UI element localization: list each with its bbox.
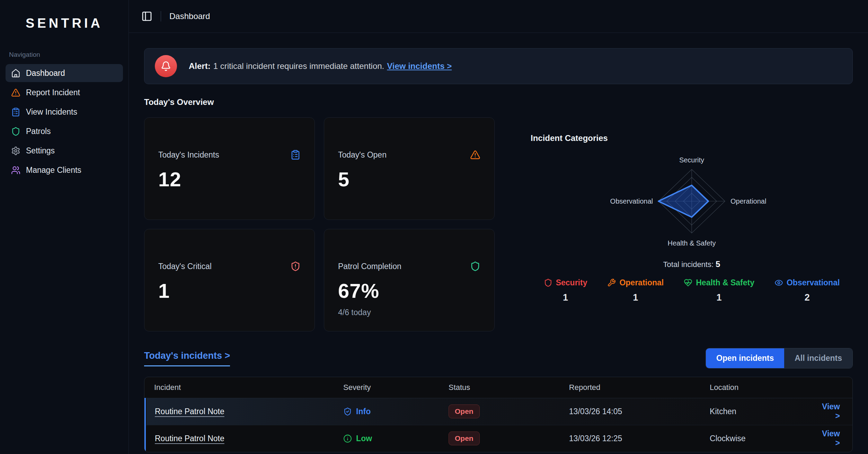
view-incidents-link[interactable]: View incidents > xyxy=(387,61,452,71)
sidebar-nav: Dashboard Report Incident View Incidents… xyxy=(0,64,129,179)
legend-item-operational: Operational 1 xyxy=(607,278,664,303)
nav-section-label: Navigation xyxy=(9,51,129,59)
total-incidents-value: 5 xyxy=(716,259,720,269)
col-incident: Incident xyxy=(145,377,343,398)
clipboard-list-icon xyxy=(11,107,20,117)
legend-count: 1 xyxy=(633,292,638,303)
legend-count: 1 xyxy=(563,292,568,303)
shield-icon xyxy=(470,261,480,271)
alert-triangle-icon xyxy=(470,150,480,160)
alert-text: Alert:1 critical incident requires immed… xyxy=(189,61,452,71)
card-todays-open: Today's Open 5 xyxy=(324,117,495,220)
total-incidents: Total incidents:5 xyxy=(531,259,853,269)
sidebar: SENTRIA Navigation Dashboard Report Inci… xyxy=(0,0,129,454)
sidebar-item-manage-clients[interactable]: Manage Clients xyxy=(6,161,123,179)
alert-triangle-icon xyxy=(11,88,20,97)
page-content: Alert:1 critical incident requires immed… xyxy=(129,33,868,454)
col-severity: Severity xyxy=(343,377,449,398)
wrench-icon xyxy=(607,278,616,287)
eye-icon xyxy=(774,278,783,287)
categories-legend: Security 1 Operational 1 xyxy=(531,278,853,303)
legend-label: Observational xyxy=(787,278,840,287)
incidents-table: Incident Severity Status Reported Locati… xyxy=(144,377,852,452)
sidebar-item-view-incidents[interactable]: View Incidents xyxy=(6,103,123,121)
card-subtext: 4/6 today xyxy=(338,308,480,317)
shield-icon xyxy=(544,278,552,287)
breadcrumb: Dashboard xyxy=(169,11,210,21)
sidebar-item-label: Dashboard xyxy=(26,69,65,78)
total-incidents-label: Total incidents: xyxy=(663,260,714,269)
legend-item-observational: Observational 2 xyxy=(774,278,840,303)
card-value: 12 xyxy=(158,168,301,191)
card-todays-incidents: Today's Incidents 12 xyxy=(144,117,315,220)
alert-banner: Alert:1 critical incident requires immed… xyxy=(144,48,853,84)
clipboard-list-icon xyxy=(290,150,301,160)
panel-left-icon xyxy=(141,11,152,22)
users-icon xyxy=(11,166,20,175)
incidents-filter-toggle: Open incidents All incidents xyxy=(706,348,853,368)
col-status: Status xyxy=(449,377,569,398)
alert-bell-badge xyxy=(155,55,177,77)
sidebar-item-label: View Incidents xyxy=(26,107,77,117)
app-logo: SENTRIA xyxy=(0,16,129,31)
svg-text:Operational: Operational xyxy=(730,197,766,205)
card-todays-critical: Today's Critical 1 xyxy=(144,229,315,331)
shield-alert-icon xyxy=(290,261,301,271)
col-reported: Reported xyxy=(569,377,710,398)
legend-item-health-safety: Health & Safety 1 xyxy=(684,278,754,303)
all-incidents-button[interactable]: All incidents xyxy=(784,348,852,368)
legend-label: Security xyxy=(556,278,587,287)
sidebar-item-label: Settings xyxy=(26,146,55,155)
categories-title: Incident Categories xyxy=(531,133,853,143)
gear-icon xyxy=(11,146,20,155)
location-cell: Clockwise xyxy=(710,425,822,452)
sidebar-item-label: Patrols xyxy=(26,127,51,136)
view-link[interactable]: View > xyxy=(822,402,840,420)
table-row[interactable]: Routine Patrol Note Low Open 13/03/26 12… xyxy=(145,425,852,452)
severity-label: Info xyxy=(356,407,371,416)
radar-chart: SecurityOperationalHealth & SafetyObserv… xyxy=(531,146,853,254)
legend-label: Operational xyxy=(619,278,664,287)
overview-title: Today's Overview xyxy=(144,97,853,107)
location-cell: Kitchen xyxy=(710,398,822,425)
card-label: Today's Critical xyxy=(158,262,212,271)
sidebar-item-label: Manage Clients xyxy=(26,166,81,175)
topbar: Dashboard xyxy=(129,0,868,33)
sidebar-item-dashboard[interactable]: Dashboard xyxy=(6,64,123,82)
incident-link[interactable]: Routine Patrol Note xyxy=(155,407,224,416)
todays-incidents-link[interactable]: Today's incidents > xyxy=(144,350,230,361)
stat-cards: Today's Incidents 12 Today's Open xyxy=(144,117,495,331)
severity-label: Low xyxy=(356,434,372,443)
incident-link[interactable]: Routine Patrol Note xyxy=(155,434,224,443)
view-link[interactable]: View > xyxy=(822,429,840,447)
open-incidents-button[interactable]: Open incidents xyxy=(706,348,784,368)
sidebar-item-label: Report Incident xyxy=(26,88,80,97)
alert-message: 1 critical incident requires immediate a… xyxy=(213,61,384,71)
topbar-divider xyxy=(161,11,161,21)
dashboard-grid: Today's Incidents 12 Today's Open xyxy=(144,117,853,331)
legend-item-security: Security 1 xyxy=(544,278,587,303)
svg-text:Observational: Observational xyxy=(610,197,653,205)
bell-icon xyxy=(161,61,171,71)
card-label: Today's Incidents xyxy=(158,150,219,160)
app-root: SENTRIA Navigation Dashboard Report Inci… xyxy=(0,0,868,454)
card-value: 5 xyxy=(338,168,480,191)
legend-count: 2 xyxy=(805,292,810,303)
col-location: Location xyxy=(710,377,822,398)
legend-label: Health & Safety xyxy=(696,278,754,287)
sidebar-toggle-button[interactable] xyxy=(141,11,152,22)
sidebar-item-report-incident[interactable]: Report Incident xyxy=(6,83,123,101)
shield-icon xyxy=(11,127,20,136)
card-label: Patrol Completion xyxy=(338,262,401,271)
main-area: Dashboard Alert:1 critical incident requ… xyxy=(129,0,868,454)
legend-count: 1 xyxy=(717,292,722,303)
card-label: Today's Open xyxy=(338,150,387,160)
table-row[interactable]: Routine Patrol Note Info Open 13/03/26 1… xyxy=(145,398,852,425)
sidebar-item-settings[interactable]: Settings xyxy=(6,142,123,160)
card-value: 1 xyxy=(158,279,301,302)
status-badge: Open xyxy=(449,404,480,418)
incidents-section-header: Today's incidents > Open incidents All i… xyxy=(144,348,853,368)
todays-incidents-link-wrap: Today's incidents > xyxy=(144,350,230,366)
sidebar-item-patrols[interactable]: Patrols xyxy=(6,122,123,140)
reported-cell: 13/03/26 12:25 xyxy=(569,425,710,452)
